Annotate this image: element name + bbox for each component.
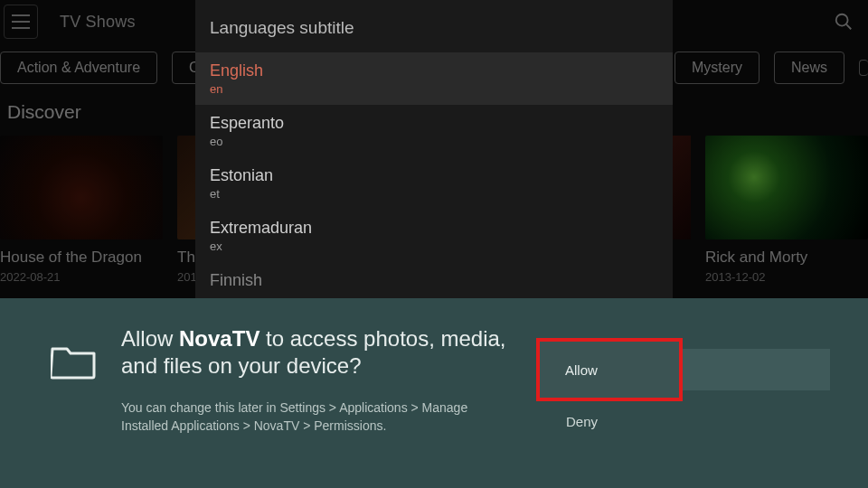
poster-0 <box>0 136 163 239</box>
lang-code: et <box>210 187 658 201</box>
perm-actions: Allow Deny <box>541 325 830 470</box>
lang-item-english[interactable]: English en <box>195 52 673 105</box>
perm-heading: Allow NovaTV to access photos, media, an… <box>121 325 541 380</box>
allow-label: Allow <box>565 362 598 378</box>
lang-name: Estonian <box>210 166 658 185</box>
card-0[interactable]: House of the Dragon 2022-08-21 <box>0 136 163 284</box>
card-title: Rick and Morty <box>705 249 868 267</box>
chip-action-adventure[interactable]: Action & Adventure <box>0 52 157 84</box>
svg-rect-1 <box>12 21 30 23</box>
svg-rect-0 <box>12 14 30 16</box>
languages-list: English en Esperanto eo Estonian et Extr… <box>195 52 673 290</box>
chip-news[interactable]: News <box>774 52 844 84</box>
lang-name: Extremaduran <box>210 219 658 238</box>
app-root: TV Shows Action & Adventure Co Mystery N… <box>0 0 868 488</box>
chip-mystery[interactable]: Mystery <box>675 52 760 84</box>
lang-name: English <box>210 61 658 80</box>
svg-point-3 <box>836 14 848 26</box>
card-date: 2013-12-02 <box>705 270 868 284</box>
svg-rect-2 <box>12 27 30 29</box>
card-4[interactable]: Rick and Morty 2013-12-02 <box>705 136 868 284</box>
poster-4 <box>705 136 868 239</box>
lang-code: en <box>210 82 658 96</box>
lang-name: Esperanto <box>210 114 658 133</box>
perm-left: Allow NovaTV to access photos, media, an… <box>51 325 541 470</box>
lang-item-estonian[interactable]: Estonian et <box>195 157 673 210</box>
languages-header: Languages subtitle <box>195 0 673 52</box>
perm-prefix: Allow <box>121 326 179 351</box>
perm-text: Allow NovaTV to access photos, media, an… <box>121 325 541 435</box>
card-title: House of the Dragon <box>0 249 163 267</box>
svg-line-4 <box>846 24 851 29</box>
permission-dialog: Allow NovaTV to access photos, media, an… <box>0 298 868 488</box>
lang-item-esperanto[interactable]: Esperanto eo <box>195 105 673 157</box>
deny-button[interactable]: Deny <box>566 414 598 429</box>
deny-label: Deny <box>566 414 598 429</box>
folder-icon <box>51 343 96 380</box>
search-icon <box>834 12 854 32</box>
perm-app-name: NovaTV <box>179 326 259 351</box>
card-date: 2022-08-21 <box>0 270 163 284</box>
hamburger-icon <box>12 14 30 29</box>
menu-button[interactable] <box>4 5 38 39</box>
allow-button[interactable]: Allow <box>536 338 683 401</box>
lang-item-finnish[interactable]: Finnish <box>195 262 673 290</box>
perm-subtext: You can change this later in Settings > … <box>121 399 483 435</box>
chip-overflow[interactable] <box>859 60 868 76</box>
lang-name: Finnish <box>210 271 658 290</box>
lang-code: eo <box>210 135 658 148</box>
search-button[interactable] <box>834 12 854 32</box>
lang-item-extremaduran[interactable]: Extremaduran ex <box>195 210 673 262</box>
lang-code: ex <box>210 239 658 253</box>
page-title: TV Shows <box>60 13 136 32</box>
languages-panel: Languages subtitle English en Esperanto … <box>195 0 673 298</box>
